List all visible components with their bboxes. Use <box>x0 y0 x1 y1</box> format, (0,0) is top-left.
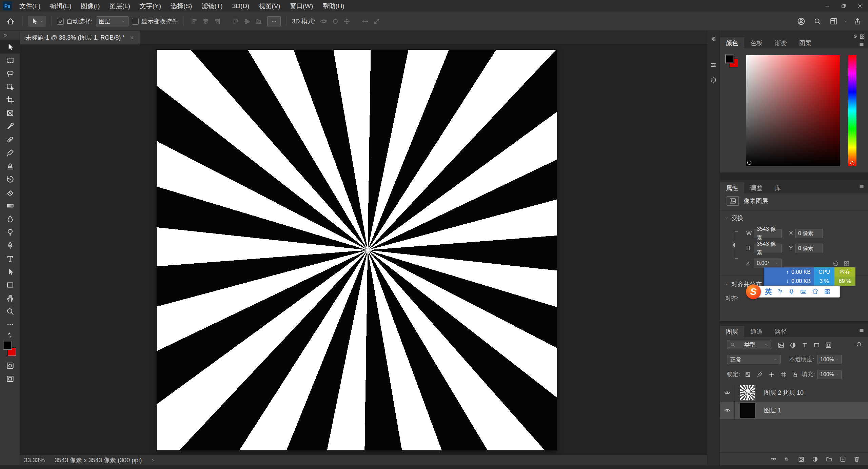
filter-pixel-layers-icon[interactable] <box>777 340 785 350</box>
zoom-tool[interactable] <box>0 305 20 318</box>
screen-mode-button[interactable] <box>0 372 20 385</box>
3d-slide-icon[interactable] <box>360 17 370 26</box>
layer-row[interactable]: 图层 1 <box>720 402 868 419</box>
tab-properties[interactable]: 属性 <box>720 182 744 193</box>
color-picker-marker[interactable] <box>747 161 751 165</box>
skin-icon[interactable] <box>812 288 819 295</box>
current-tool-indicator[interactable] <box>28 16 46 27</box>
align-bottom-icon[interactable] <box>254 17 264 26</box>
add-layer-mask-icon[interactable] <box>797 455 805 463</box>
layer-style-icon[interactable]: fx <box>784 455 791 463</box>
search-button[interactable] <box>811 15 824 28</box>
lock-transparent-pixels-icon[interactable] <box>744 370 751 379</box>
y-field[interactable]: 0 像素 <box>795 244 823 253</box>
menu-item-filter[interactable]: 滤镜(T) <box>197 0 227 12</box>
filter-adjustment-layers-icon[interactable] <box>789 340 797 350</box>
transform-section-header[interactable]: 变换 <box>725 214 744 222</box>
minimize-button[interactable] <box>819 0 835 12</box>
properties-panel-menu-icon[interactable] <box>859 184 865 190</box>
libraries-panel-icon[interactable] <box>710 91 717 99</box>
new-group-icon[interactable] <box>825 455 833 463</box>
frame-tool[interactable] <box>0 106 20 120</box>
filter-toggle-icon[interactable] <box>856 341 862 347</box>
share-button[interactable] <box>851 15 864 28</box>
align-top-icon[interactable] <box>231 17 241 26</box>
layer-thumbnail[interactable] <box>740 403 755 418</box>
tab-channels[interactable]: 通道 <box>744 326 769 337</box>
opacity-field[interactable]: 100% <box>817 355 842 364</box>
tab-paths[interactable]: 路径 <box>769 326 793 337</box>
workspace-button[interactable] <box>827 15 840 28</box>
menu-item-type[interactable]: 文字(Y) <box>135 0 166 12</box>
path-selection-tool[interactable] <box>0 265 20 278</box>
show-transform-checkbox[interactable]: 显示变换控件 <box>132 17 178 25</box>
expand-toolbar-icon[interactable] <box>3 33 8 38</box>
swap-colors-icon[interactable] <box>7 332 13 338</box>
layer-name[interactable]: 图层 1 <box>764 406 781 414</box>
properties-panel-icon[interactable] <box>710 61 717 69</box>
rotation-field[interactable]: 0.00° <box>754 259 782 268</box>
marquee-tool[interactable] <box>0 54 20 67</box>
crop-tool[interactable] <box>0 93 20 106</box>
menu-item-window[interactable]: 窗口(W) <box>285 0 318 12</box>
clone-stamp-tool[interactable] <box>0 159 20 172</box>
rectangle-tool[interactable] <box>0 278 20 291</box>
lock-position-icon[interactable] <box>768 370 775 379</box>
menu-item-help[interactable]: 帮助(H) <box>318 0 349 12</box>
collapse-dock-icon[interactable] <box>710 36 717 43</box>
height-field[interactable]: 3543 像素 <box>754 244 782 253</box>
straighten-icon[interactable] <box>832 260 839 267</box>
panel-color-swatches[interactable] <box>725 55 740 69</box>
eyedropper-tool[interactable] <box>0 120 20 133</box>
menu-item-edit[interactable]: 编辑(E) <box>45 0 76 12</box>
restore-button[interactable] <box>835 0 852 12</box>
brush-tool[interactable] <box>0 146 20 159</box>
tab-libraries[interactable]: 库 <box>769 182 787 193</box>
menu-item-file[interactable]: 文件(F) <box>15 0 45 12</box>
tab-layers[interactable]: 图层 <box>720 326 744 337</box>
layer-row[interactable]: 图层 2 拷贝 10 <box>720 384 868 402</box>
lock-image-pixels-icon[interactable] <box>756 370 763 379</box>
tab-gradients[interactable]: 渐变 <box>769 37 793 48</box>
history-brush-tool[interactable] <box>0 172 20 186</box>
menu-item-threed[interactable]: 3D(D) <box>228 0 254 12</box>
auto-select-checkbox[interactable]: 自动选择: <box>57 17 93 25</box>
eraser-tool[interactable] <box>0 186 20 199</box>
sogou-logo[interactable]: S <box>746 284 761 299</box>
canvas-starburst-image[interactable] <box>157 50 557 450</box>
gradient-tool[interactable] <box>0 199 20 212</box>
new-layer-icon[interactable] <box>839 455 847 463</box>
workspace-grid-icon[interactable] <box>859 34 865 40</box>
more-align-options-button[interactable] <box>267 16 281 26</box>
pasteboard[interactable] <box>20 44 707 455</box>
tab-color[interactable]: 颜色 <box>720 37 744 48</box>
filter-smart-objects-icon[interactable] <box>824 340 832 350</box>
punctuation-icon[interactable] <box>776 288 784 295</box>
zoom-level-field[interactable]: 33.33% <box>24 457 46 464</box>
reference-point-icon[interactable] <box>843 260 850 267</box>
layers-panel-menu-icon[interactable] <box>859 327 865 333</box>
3d-orbit-icon[interactable] <box>319 17 329 26</box>
lock-artboard-icon[interactable] <box>780 370 787 379</box>
chevron-down-icon[interactable] <box>844 19 848 23</box>
lasso-tool[interactable] <box>0 67 20 80</box>
dodge-tool[interactable] <box>0 225 20 239</box>
collapse-panels-icon[interactable] <box>852 34 859 40</box>
adjustment-layer-icon[interactable] <box>811 455 819 463</box>
healing-brush-tool[interactable] <box>0 133 20 146</box>
type-tool[interactable] <box>0 252 20 265</box>
link-layers-icon[interactable] <box>770 455 777 463</box>
fill-field[interactable]: 100% <box>817 370 842 379</box>
keyboard-icon[interactable] <box>800 288 807 295</box>
layer-visibility-toggle[interactable] <box>720 402 735 419</box>
hand-tool[interactable] <box>0 291 20 305</box>
menu-item-view[interactable]: 视图(V) <box>254 0 285 12</box>
color-panel-menu-icon[interactable] <box>859 41 865 47</box>
close-button[interactable] <box>852 0 868 12</box>
blur-tool[interactable] <box>0 212 20 225</box>
pen-tool[interactable] <box>0 239 20 252</box>
saturation-brightness-field[interactable] <box>746 55 840 166</box>
foreground-color-swatch[interactable] <box>725 55 734 63</box>
filter-type-layers-icon[interactable] <box>801 340 809 350</box>
align-left-icon[interactable] <box>189 17 199 26</box>
